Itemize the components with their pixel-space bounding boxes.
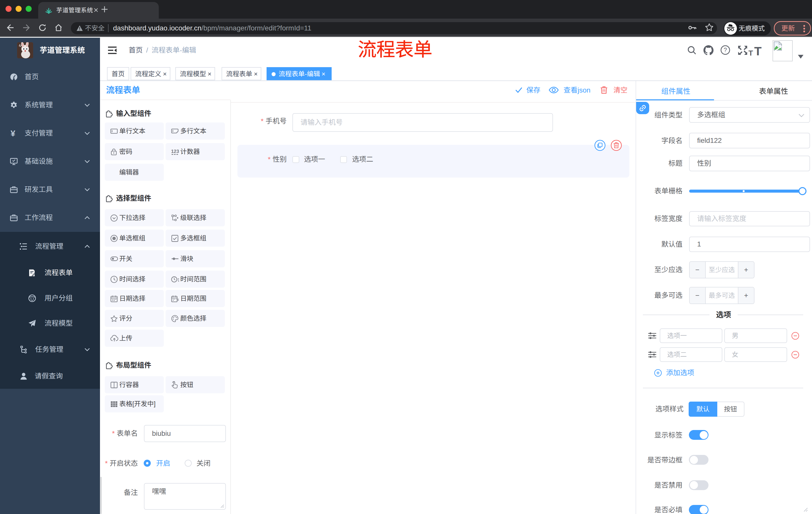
svg-text:?: ? bbox=[724, 47, 727, 53]
svg-text:123: 123 bbox=[171, 148, 179, 154]
